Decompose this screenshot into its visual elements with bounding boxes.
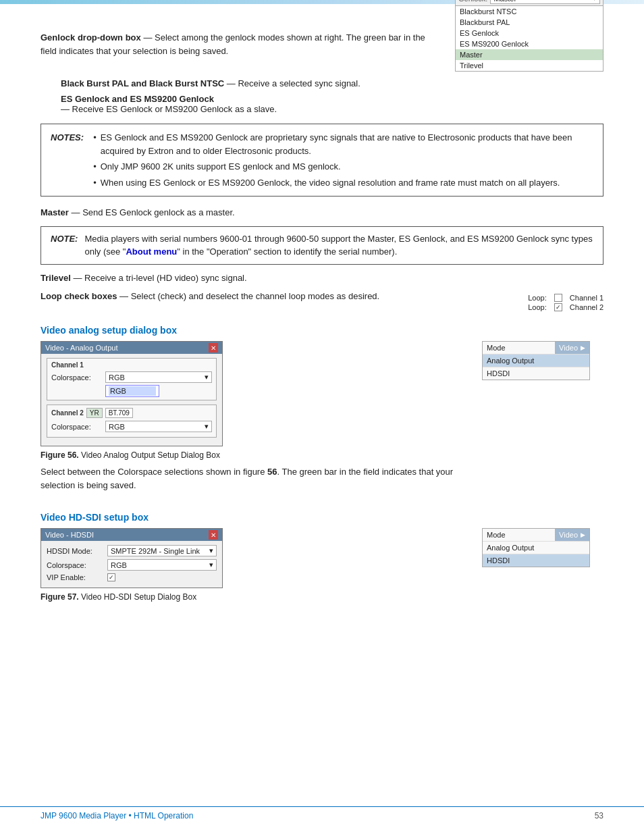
- figure57-label: Figure 57.: [41, 592, 79, 602]
- video-analog-body: Channel 1 Colorspace: RGB ▾ RGB: [41, 354, 222, 446]
- hdsdi-mode-row-analog[interactable]: Analog Output: [483, 542, 589, 554]
- hdsdi-mode-arrow-icon: ▶: [581, 531, 585, 538]
- channel2-colorspace-select[interactable]: RGB ▾: [105, 421, 212, 432]
- loop-heading: Loop check boxes: [41, 291, 117, 301]
- hdsdi-mode-cell-analog: Analog Output: [483, 542, 589, 554]
- loop-ch1-text: Channel 1: [570, 294, 603, 302]
- genlock-option-es-ms9200[interactable]: ES MS9200 Genlock: [456, 38, 603, 49]
- genlock-option-es-genlock[interactable]: ES Genlock: [456, 28, 603, 38]
- video-hdsdi-title: Video - HDSDI: [45, 531, 94, 539]
- note-box: NOTE: Media players with serial numbers …: [41, 226, 603, 265]
- genlock-label: Genlock:: [458, 0, 487, 3]
- figure56-label: Figure 56.: [41, 450, 79, 460]
- hdsdi-mode-cell-video[interactable]: Video ▶: [555, 529, 589, 541]
- mode-arrow-icon: ▶: [581, 344, 585, 351]
- note-item-1: • ES Genlock and ES MS9200 Genlock are p…: [93, 131, 593, 157]
- notes-label: NOTES:: [51, 131, 84, 189]
- note-text-2: Only JMP 9600 2K units support ES genloc…: [101, 160, 341, 174]
- es-genlock-text: — Receive ES Genlock or MS9200 Genlock a…: [61, 104, 277, 114]
- vip-checkbox[interactable]: ✓: [107, 573, 115, 581]
- black-burst-text: — Receive a selected sync signal.: [224, 78, 360, 88]
- mode-cell-video[interactable]: Video ▶: [555, 342, 589, 354]
- figure-ref: 56: [267, 467, 277, 477]
- vip-row: VIP Enable: ✓: [47, 573, 217, 581]
- hdsdi-colorspace-select[interactable]: RGB ▾: [107, 559, 217, 571]
- channel2-colorspace-label: Colorspace:: [51, 423, 105, 431]
- video-analog-close-button[interactable]: ✕: [209, 343, 218, 353]
- trilevel-heading: Trilevel: [41, 273, 71, 283]
- hdsdi-colorspace-row: Colorspace: RGB ▾: [47, 559, 217, 571]
- video-hdsdi-body: HDSDI Mode: SMPTE 292M - Single Link ▾ C…: [41, 541, 222, 588]
- about-menu-link[interactable]: About menu: [126, 246, 177, 257]
- master-text: — Send ES Genlock genlock as a master.: [69, 207, 235, 217]
- video-analog-title: Video - Analog Output: [45, 344, 117, 352]
- genlock-option-master[interactable]: Master: [456, 49, 603, 60]
- genlock-options: Blackburst NTSC Blackburst PAL ES Genloc…: [456, 6, 603, 71]
- video-hdsdi-section: Video HD-SDI setup box Video - HDSDI ✕ H…: [41, 512, 603, 607]
- note-text2: " in the "Operation" section to identify…: [177, 246, 397, 257]
- hdsdi-mode-arrow: ▾: [209, 546, 213, 555]
- genlock-box: Genlock: Master ▾ Blackburst NTSC Blackb…: [455, 0, 603, 72]
- rgb-option[interactable]: RGB: [109, 386, 156, 396]
- loop-ch1-checkbox[interactable]: [554, 294, 562, 302]
- genlock-option-blackburst-pal[interactable]: Blackburst PAL: [456, 17, 603, 28]
- master-heading: Master: [41, 207, 69, 217]
- video-analog-left: Video - Analog Output ✕ Channel 1 Colors…: [41, 341, 468, 498]
- mode-cell-analog: Analog Output: [483, 355, 589, 367]
- vip-label: VIP Enable:: [47, 573, 107, 581]
- loop-ch2-text: Channel 2: [570, 303, 603, 311]
- mode-cell-hdsdi: HDSDI: [483, 367, 589, 380]
- video-hdsdi-heading: Video HD-SDI setup box: [41, 512, 603, 523]
- hdsdi-mode-value: SMPTE 292M - Single Link: [111, 547, 200, 555]
- video-hdsdi-close-button[interactable]: ✕: [209, 530, 218, 540]
- trilevel-text: — Receive a tri-level (HD video) sync si…: [71, 273, 247, 283]
- mode-panel-analog: Mode Video ▶ Analog Output HDSDI: [482, 341, 590, 380]
- video-analog-desc: Select between the Colorspace selections…: [41, 465, 468, 492]
- notes-content: NOTES: • ES Genlock and ES MS9200 Genloc…: [51, 131, 593, 189]
- mode-cell-mode: Mode: [483, 342, 555, 354]
- black-burst-section: Black Burst PAL and Black Burst NTSC — R…: [61, 78, 603, 88]
- note-text-1: ES Genlock and ES MS9200 Genlock are pro…: [101, 131, 593, 157]
- mode-row-hdsdi[interactable]: HDSDI: [483, 367, 589, 380]
- loop-text-block: Loop check boxes — Select (check) and de…: [41, 291, 379, 301]
- video-analog-titlebar: Video - Analog Output ✕: [41, 342, 222, 354]
- genlock-option-trilevel[interactable]: Trilevel: [456, 60, 603, 71]
- channel1-colorspace-select[interactable]: RGB ▾: [105, 371, 212, 383]
- hdsdi-mode-select[interactable]: SMPTE 292M - Single Link ▾: [107, 545, 217, 556]
- trilevel-section: Trilevel — Receive a tri-level (HD video…: [41, 271, 603, 285]
- note-item-3: • When using ES Genlock or ES MS9200 Gen…: [93, 176, 593, 190]
- channel1-colorspace-value: RGB: [109, 373, 125, 382]
- video-analog-section: Video analog setup dialog box Video - An…: [41, 325, 603, 498]
- footer-left: JMP 9600 Media Player • HTML Operation: [41, 811, 193, 820]
- loop-ch2-row: Loop: ✓ Channel 2: [528, 303, 603, 311]
- notes-items: • ES Genlock and ES MS9200 Genlock are p…: [93, 131, 593, 189]
- hdsdi-mode-row-hdsdi[interactable]: HDSDI: [483, 554, 589, 567]
- hdsdi-colorspace-value: RGB: [111, 561, 127, 569]
- channel2-tabs: Channel 2 YR BT.709: [51, 408, 212, 418]
- es-genlock-section: ES Genlock and ES MS9200 Genlock — Recei…: [61, 94, 603, 114]
- genlock-select[interactable]: Master ▾: [490, 0, 600, 4]
- mode-row-analog[interactable]: Analog Output: [483, 355, 589, 367]
- channel2-section: Channel 2 YR BT.709 Colorspace: RGB ▾: [47, 405, 217, 438]
- video-analog-dialog: Video - Analog Output ✕ Channel 1 Colors…: [41, 341, 223, 446]
- figure56-caption: Figure 56. Video Analog Output Setup Dia…: [41, 450, 468, 460]
- channel2-dropdown-arrow: ▾: [205, 422, 209, 431]
- hdsdi-colorspace-label: Colorspace:: [47, 561, 107, 569]
- rgb-dropdown[interactable]: RGB: [105, 385, 159, 397]
- loop-checkboxes: Loop: Channel 1 Loop: ✓ Channel 2: [528, 294, 603, 313]
- note-item-2: • Only JMP 9600 2K units support ES genl…: [93, 160, 593, 174]
- channel2-colorspace-value: RGB: [109, 423, 125, 431]
- channel2-tab1[interactable]: YR: [86, 408, 103, 418]
- channel1-colorspace-row: Colorspace: RGB ▾: [51, 371, 212, 383]
- genlock-option-blackburst-ntsc[interactable]: Blackburst NTSC: [456, 6, 603, 17]
- mode-panel-hdsdi: Mode Video ▶ Analog Output HDSDI: [482, 528, 590, 567]
- genlock-header: Genlock: Master ▾: [456, 0, 603, 6]
- channel2-tab2[interactable]: BT.709: [105, 408, 133, 418]
- hdsdi-mode-cell-mode: Mode: [483, 529, 555, 541]
- figure57-caption: Figure 57. Video HD-SDI Setup Dialog Box: [41, 592, 468, 602]
- hdsdi-mode-cell-hdsdi: HDSDI: [483, 554, 589, 567]
- loop-ch2-checkbox[interactable]: ✓: [554, 303, 562, 311]
- note-text-3: When using ES Genlock or ES MS9200 Genlo…: [101, 176, 560, 190]
- channel1-section: Channel 1 Colorspace: RGB ▾ RGB: [47, 358, 217, 400]
- loop-ch1-row: Loop: Channel 1: [528, 294, 603, 302]
